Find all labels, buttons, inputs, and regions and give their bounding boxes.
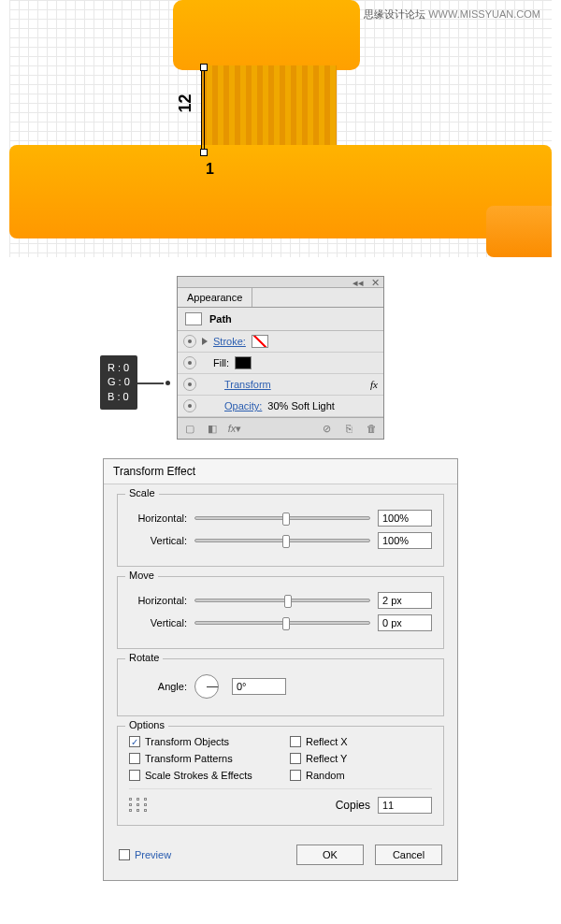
object-thumbnail <box>185 312 202 325</box>
fill-label: Fill: <box>213 357 229 368</box>
reflect-x-checkbox[interactable]: Reflect X <box>290 736 432 747</box>
fill-swatch[interactable] <box>235 356 252 369</box>
visibility-icon[interactable] <box>183 356 196 369</box>
scale-group: Scale Horizontal: Vertical: <box>117 494 444 567</box>
watermark: 思缘设计论坛 WWW.MISSYUAN.COM <box>364 7 540 22</box>
expand-icon[interactable] <box>202 338 208 345</box>
delete-icon[interactable]: 🗑 <box>365 422 378 435</box>
move-h-input[interactable] <box>378 592 432 609</box>
scale-h-slider[interactable] <box>194 516 370 520</box>
move-group: Move Horizontal: Vertical: <box>117 576 444 649</box>
collapse-icon[interactable]: ◂◂ <box>352 277 364 287</box>
transform-effect-dialog: Transform Effect Scale Horizontal: Verti… <box>103 458 458 881</box>
appearance-panel: ◂◂ ✕ Appearance Path Stroke: Fill: <box>177 276 384 440</box>
panel-footer: ▢ ◧ fx▾ ⊘ ⎘ 🗑 <box>178 417 383 439</box>
move-v-input[interactable] <box>378 614 432 631</box>
visibility-icon[interactable] <box>183 399 196 412</box>
object-type: Path <box>209 313 232 325</box>
move-v-slider[interactable] <box>194 621 370 625</box>
close-icon[interactable]: ✕ <box>371 277 380 287</box>
scale-v-input[interactable] <box>378 532 432 549</box>
opacity-value: 30% Soft Light <box>267 400 335 411</box>
scale-v-slider[interactable] <box>194 539 370 542</box>
fill-row[interactable]: Fill: <box>178 353 383 374</box>
artwork-stripes <box>201 65 337 154</box>
duplicate-icon[interactable]: ⎘ <box>342 422 355 435</box>
ok-button[interactable]: OK <box>296 845 364 865</box>
move-h-label: Horizontal: <box>129 595 187 606</box>
fx-menu-icon[interactable]: fx▾ <box>228 422 241 435</box>
reflect-y-checkbox[interactable]: Reflect Y <box>290 753 432 764</box>
stroke-label[interactable]: Stroke: <box>213 336 246 347</box>
move-v-label: Vertical: <box>129 617 187 628</box>
selection-path[interactable] <box>201 65 205 154</box>
copies-input[interactable] <box>378 797 432 814</box>
visibility-icon[interactable] <box>183 335 196 348</box>
artwork-end <box>486 206 552 257</box>
move-h-slider[interactable] <box>194 599 370 602</box>
options-group: Options ✓Transform Objects Reflect X Tra… <box>117 726 444 826</box>
cancel-button[interactable]: Cancel <box>375 845 442 865</box>
transform-objects-checkbox[interactable]: ✓Transform Objects <box>129 736 271 747</box>
fx-icon[interactable]: fx <box>370 379 378 390</box>
opacity-row[interactable]: Opacity: 30% Soft Light <box>178 396 383 417</box>
tab-appearance[interactable]: Appearance <box>178 288 252 307</box>
rotate-group: Rotate Angle: <box>117 658 444 716</box>
angle-input[interactable] <box>232 678 286 695</box>
clear-icon[interactable]: ⊘ <box>320 422 333 435</box>
transform-link[interactable]: Transform <box>224 379 271 390</box>
angle-label: Angle: <box>129 681 187 692</box>
scale-h-input[interactable] <box>378 510 432 527</box>
copies-label: Copies <box>157 799 370 812</box>
transform-patterns-checkbox[interactable]: Transform Patterns <box>129 753 271 764</box>
angle-dial[interactable] <box>194 674 219 699</box>
rgb-tooltip: R : 0 G : 0 B : 0 <box>100 355 137 410</box>
stroke-row[interactable]: Stroke: <box>178 331 383 353</box>
dialog-title: Transform Effect <box>104 459 457 484</box>
stroke-icon[interactable]: ◧ <box>206 422 219 435</box>
stroke-swatch[interactable] <box>252 335 268 348</box>
opacity-label[interactable]: Opacity: <box>224 400 262 411</box>
illustrator-canvas[interactable]: 思缘设计论坛 WWW.MISSYUAN.COM 12 1 <box>9 0 552 257</box>
scale-strokes-checkbox[interactable]: Scale Strokes & Effects <box>129 770 271 781</box>
scale-v-label: Vertical: <box>129 535 187 546</box>
measure-height: 12 <box>176 94 195 112</box>
scale-h-label: Horizontal: <box>129 513 187 524</box>
no-selection-icon[interactable]: ▢ <box>183 422 196 435</box>
preview-checkbox[interactable]: Preview <box>119 849 171 860</box>
panel-controls: ◂◂ ✕ <box>178 277 383 288</box>
random-checkbox[interactable]: Random <box>290 770 432 781</box>
transform-row[interactable]: Transform fx <box>178 374 383 396</box>
visibility-icon[interactable] <box>183 378 196 391</box>
artwork-top-shape <box>173 0 360 70</box>
measure-width: 1 <box>206 161 214 178</box>
reference-point-icon[interactable] <box>129 798 150 813</box>
artwork-band <box>9 145 552 238</box>
